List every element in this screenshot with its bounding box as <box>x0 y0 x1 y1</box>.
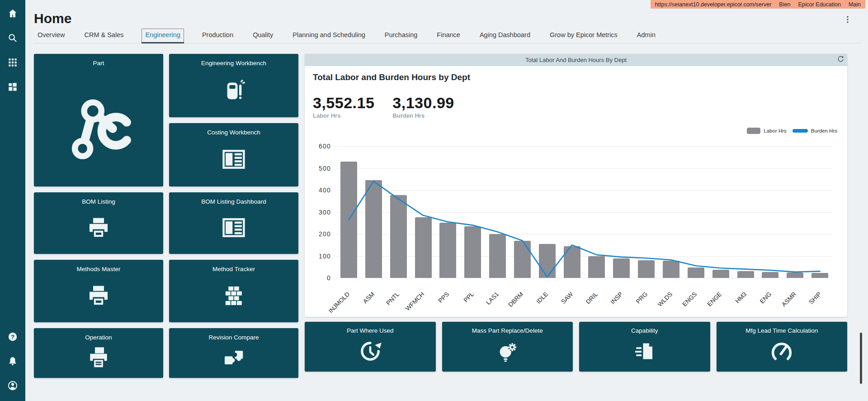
apps-nav-button[interactable] <box>4 53 22 72</box>
legend-item-burden-hrs: Burden Hrs <box>793 128 837 134</box>
legend-label: Labor Hrs <box>764 128 787 134</box>
more-options-button[interactable] <box>842 14 854 27</box>
scrollbar-thumb[interactable] <box>860 333 862 384</box>
tile-mfg-lead-time-calculation[interactable]: Mfg Lead Time Calculation <box>717 322 848 372</box>
tile-label: Mfg Lead Time Calculation <box>745 327 818 334</box>
tile-label: Engineering Workbench <box>201 60 266 67</box>
tab-overview[interactable]: Overview <box>36 29 66 43</box>
search-nav-button[interactable] <box>4 29 22 47</box>
tile-label: BOM Listing <box>82 198 115 205</box>
tile-icon-wrap <box>219 67 248 113</box>
sidebar-bottom-icons: ? <box>4 328 22 395</box>
tile-methods-master[interactable]: Methods Master <box>34 260 163 322</box>
help-nav-button[interactable]: ? <box>4 328 22 346</box>
tile-label: BOM Listing Dashboard <box>201 198 266 205</box>
tile-label: Mass Part Replace/Delete <box>472 327 543 334</box>
main-area: Home OverviewCRM & SalesEngineeringProdu… <box>25 0 868 401</box>
tile-label: Part Where Used <box>347 327 394 334</box>
tile-label: Methods Master <box>77 266 121 273</box>
tab-grow-by-epicor-metrics[interactable]: Grow by Epicor Metrics <box>548 29 619 43</box>
tile-method-tracker[interactable]: Method Tracker <box>169 260 298 322</box>
tile-bom-listing-dashboard[interactable]: BOM Listing Dashboard <box>169 192 298 254</box>
panel-body: Total Labor and Burden Hours by Dept 3,5… <box>305 66 847 317</box>
metric-value: 3,130.99 <box>392 94 454 112</box>
tab-purchasing[interactable]: Purchasing <box>383 29 419 43</box>
notifications-icon <box>7 355 19 367</box>
y-tick-100: 100 <box>319 253 331 260</box>
help-icon: ? <box>7 331 19 343</box>
y-tick-600: 600 <box>319 143 331 150</box>
bottom-tile-row: Part Where Used Mass Part Replace/Delete… <box>305 322 847 372</box>
kebab-icon <box>843 14 853 24</box>
chart-title: Total Labor and Burden Hours by Dept <box>313 72 470 82</box>
panel-header: Total Labor And Burden Hours By Dept <box>305 54 847 66</box>
x-axis-labels: INJMOLDASMPNTLWFMCHPPSPPLLAS1DBRMIDLESAW… <box>336 284 832 316</box>
tab-aging-dashboard[interactable]: Aging Dashboard <box>478 29 532 43</box>
tile-part[interactable]: Part <box>34 54 163 186</box>
svg-text:?: ? <box>11 334 14 340</box>
home-nav-button[interactable] <box>4 5 22 23</box>
tab-quality[interactable]: Quality <box>251 29 274 43</box>
tile-label: Capability <box>631 327 658 334</box>
robot-arm-icon <box>60 86 137 163</box>
refresh-icon <box>836 55 845 63</box>
printer-icon <box>84 213 113 242</box>
chart-metrics: 3,552.15 Labor Hrs3,130.99 Burden Hrs <box>313 94 454 119</box>
tab-crm-sales[interactable]: CRM & Sales <box>83 29 125 43</box>
doc-lines-icon <box>632 339 657 364</box>
puzzle-icon <box>219 343 248 372</box>
account-nav-button[interactable] <box>4 377 22 395</box>
plot-area <box>336 146 832 278</box>
gridline-0 <box>336 278 832 278</box>
tile-capability[interactable]: Capability <box>579 322 710 372</box>
sidebar-top-icons <box>4 5 22 96</box>
tile-icon-wrap <box>84 273 113 318</box>
tile-label: Operation <box>85 334 112 341</box>
tile-icon-wrap <box>60 67 137 182</box>
notifications-nav-button[interactable] <box>4 352 22 370</box>
tile-icon-wrap <box>219 205 248 249</box>
tile-operation[interactable]: Operation <box>34 328 163 378</box>
environment-item-0: https://seianext10.developer.epicor.com/… <box>655 1 772 8</box>
y-tick-300: 300 <box>319 209 331 216</box>
tile-icon-wrap <box>84 341 113 373</box>
burden-hrs-line <box>336 146 832 278</box>
metric-burden-hrs: 3,130.99 Burden Hrs <box>392 94 454 119</box>
account-icon <box>7 380 19 391</box>
tab-engineering[interactable]: Engineering <box>142 29 184 43</box>
x-label-injmold: INJMOLD <box>305 291 351 317</box>
environment-badge: https://seianext10.developer.epicor.com/… <box>651 0 865 9</box>
panel-header-title: Total Labor And Burden Hours By Dept <box>525 57 627 63</box>
right-column: Total Labor And Burden Hours By Dept Tot… <box>305 54 847 378</box>
tile-label: Costing Workbench <box>207 129 260 136</box>
environment-item-3: Main <box>849 1 861 8</box>
tile-label: Part <box>93 60 104 67</box>
dashboard-layout-icon <box>219 145 248 174</box>
printer-icon <box>84 281 113 310</box>
legend-swatch <box>747 128 760 134</box>
printer-doc-icon <box>84 343 113 372</box>
y-tick-200: 200 <box>319 230 331 238</box>
tile-revision-compare[interactable]: Revision Compare <box>169 328 298 378</box>
gauge-icon <box>769 339 794 364</box>
tab-admin[interactable]: Admin <box>636 29 657 43</box>
tile-mass-part-replace-delete[interactable]: Mass Part Replace/Delete <box>442 322 573 372</box>
tile-icon-wrap <box>219 341 248 373</box>
tab-production[interactable]: Production <box>201 29 235 43</box>
tab-finance[interactable]: Finance <box>435 29 462 43</box>
y-tick-500: 500 <box>319 165 331 172</box>
dashboards-nav-button[interactable] <box>4 78 22 96</box>
left-tile-grid: Part Engineering Workbench Costing Workb… <box>34 54 298 378</box>
tab-planning-and-scheduling[interactable]: Planning and Scheduling <box>291 29 366 43</box>
tile-engineering-workbench[interactable]: Engineering Workbench <box>169 54 298 117</box>
y-tick-0: 0 <box>327 274 331 282</box>
metric-labor-hrs: 3,552.15 Labor Hrs <box>313 94 374 119</box>
tile-part-where-used[interactable]: Part Where Used <box>305 322 436 372</box>
tile-bom-listing[interactable]: BOM Listing <box>34 192 163 254</box>
bricks-icon <box>219 281 248 310</box>
refresh-button[interactable] <box>836 55 845 65</box>
chart-legend: Labor Hrs Burden Hrs <box>747 128 837 134</box>
tile-costing-workbench[interactable]: Costing Workbench <box>169 123 298 186</box>
page-title: Home <box>34 11 71 26</box>
tile-label: Revision Compare <box>208 334 259 341</box>
